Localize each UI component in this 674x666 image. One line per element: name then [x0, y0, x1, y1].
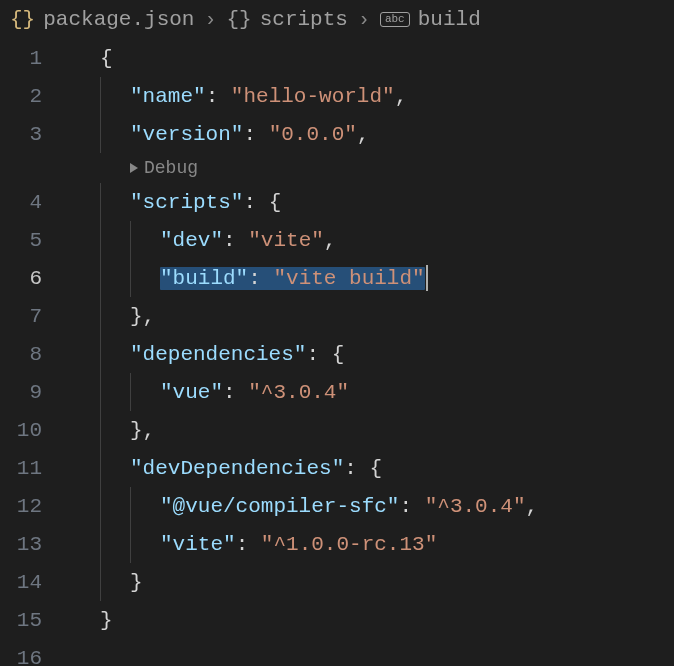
line-number: 9 [0, 381, 70, 404]
breadcrumb-label: scripts [260, 8, 348, 31]
code-line[interactable]: 2 "name": "hello-world", [0, 77, 674, 115]
code-line[interactable]: 5 "dev": "vite", [0, 221, 674, 259]
code-editor[interactable]: 1 { 2 "name": "hello-world", 3 "version"… [0, 39, 674, 666]
code-line[interactable]: 11 "devDependencies": { [0, 449, 674, 487]
line-number: 14 [0, 571, 70, 594]
breadcrumb-item-build[interactable]: abc build [380, 8, 481, 31]
line-number: 2 [0, 85, 70, 108]
code-line[interactable]: 13 "vite": "^1.0.0-rc.13" [0, 525, 674, 563]
code-line[interactable]: 4 "scripts": { [0, 183, 674, 221]
chevron-right-icon: › [204, 8, 216, 31]
line-number: 13 [0, 533, 70, 556]
code-line[interactable]: 14 } [0, 563, 674, 601]
line-number: 8 [0, 343, 70, 366]
code-line[interactable]: 1 { [0, 39, 674, 77]
json-file-icon: {} [10, 8, 35, 31]
chevron-right-icon: › [358, 8, 370, 31]
line-number: 12 [0, 495, 70, 518]
code-line[interactable]: 15 } [0, 601, 674, 639]
line-number: 16 [0, 647, 70, 667]
line-number: 6 [0, 267, 70, 290]
line-number: 3 [0, 123, 70, 146]
text-cursor [426, 265, 428, 291]
code-line[interactable]: 10 }, [0, 411, 674, 449]
breadcrumb-label: package.json [43, 8, 194, 31]
play-icon [130, 163, 138, 173]
selection: "build": "vite build" [160, 267, 425, 290]
code-line[interactable]: 12 "@vue/compiler-sfc": "^3.0.4", [0, 487, 674, 525]
line-number: 1 [0, 47, 70, 70]
line-number: 10 [0, 419, 70, 442]
line-number: 5 [0, 229, 70, 252]
line-number: 4 [0, 191, 70, 214]
code-line[interactable]: 16 [0, 639, 674, 666]
code-line[interactable]: 8 "dependencies": { [0, 335, 674, 373]
debug-codelens[interactable]: Debug [130, 158, 198, 178]
line-number: 15 [0, 609, 70, 632]
breadcrumb-label: build [418, 8, 481, 31]
code-line[interactable]: 6 "build": "vite build" [0, 259, 674, 297]
code-line[interactable]: 7 }, [0, 297, 674, 335]
object-icon: {} [226, 8, 251, 31]
breadcrumb-item-scripts[interactable]: {} scripts [226, 8, 347, 31]
line-number: 7 [0, 305, 70, 328]
codelens-row: Debug [30, 153, 674, 183]
breadcrumb-item-file[interactable]: {} package.json [10, 8, 194, 31]
line-number: 11 [0, 457, 70, 480]
codelens-label: Debug [144, 158, 198, 178]
breadcrumb: {} package.json › {} scripts › abc build [0, 0, 674, 39]
code-line[interactable]: 3 "version": "0.0.0", [0, 115, 674, 153]
string-icon: abc [380, 12, 410, 27]
code-line[interactable]: 9 "vue": "^3.0.4" [0, 373, 674, 411]
